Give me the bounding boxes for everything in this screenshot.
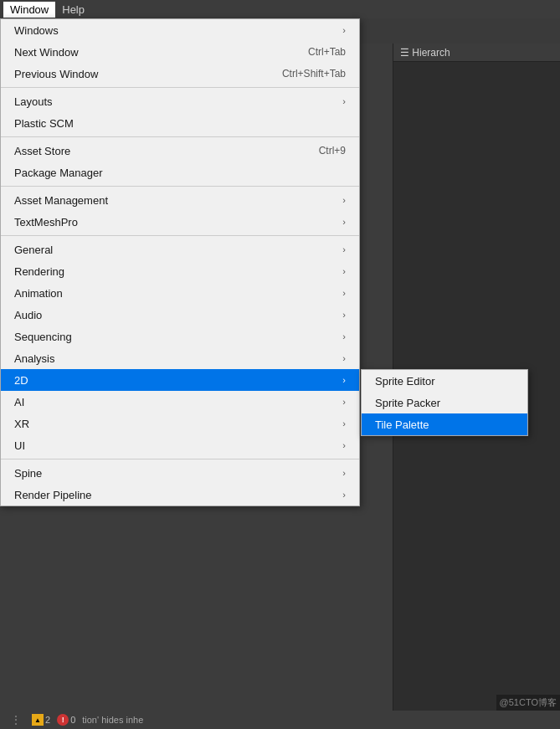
menu-item-windows-label: Windows bbox=[14, 24, 59, 37]
prev-window-shortcut: Ctrl+Shift+Tab bbox=[282, 68, 346, 80]
textmeshpro-arrow-icon: › bbox=[342, 217, 346, 227]
menu-item-package-manager-label: Package Manager bbox=[14, 167, 103, 179]
menu-window[interactable]: Window bbox=[3, 2, 55, 18]
menu-item-next-window[interactable]: Next Window Ctrl+Tab bbox=[1, 41, 359, 63]
submenu-item-tile-palette[interactable]: Tile Palette bbox=[362, 413, 527, 435]
menu-item-render-pipeline-label: Render Pipeline bbox=[14, 489, 92, 501]
menu-item-layouts[interactable]: Layouts › bbox=[1, 90, 359, 112]
menu-item-ai-label: AI bbox=[14, 396, 24, 408]
menu-item-render-pipeline[interactable]: Render Pipeline › bbox=[1, 484, 359, 506]
status-message: tion' hides inhe bbox=[82, 715, 143, 725]
separator-2 bbox=[1, 136, 359, 137]
separator-1 bbox=[1, 87, 359, 88]
menu-item-animation-label: Animation bbox=[14, 287, 63, 300]
submenu-item-sprite-packer-label: Sprite Packer bbox=[375, 397, 440, 409]
menu-item-plastic-scm-label: Plastic SCM bbox=[14, 117, 74, 130]
menu-item-xr[interactable]: XR › bbox=[1, 413, 359, 434]
menu-item-audio[interactable]: Audio › bbox=[1, 304, 359, 326]
window-dropdown-menu: Windows › Next Window Ctrl+Tab Previous … bbox=[0, 18, 360, 506]
menu-item-audio-label: Audio bbox=[14, 309, 42, 321]
menu-item-prev-window-label: Previous Window bbox=[14, 68, 98, 80]
menu-help[interactable]: Help bbox=[55, 2, 91, 18]
ai-arrow-icon: › bbox=[342, 397, 346, 407]
layouts-arrow-icon: › bbox=[342, 96, 346, 106]
asset-management-arrow-icon: › bbox=[342, 195, 346, 205]
submenu-item-sprite-packer[interactable]: Sprite Packer bbox=[362, 392, 527, 413]
hierarchy-title: ☰ Hierarch bbox=[400, 47, 450, 59]
error-indicator: ! 0 bbox=[57, 714, 75, 726]
render-pipeline-arrow-icon: › bbox=[342, 490, 346, 500]
sequencing-arrow-icon: › bbox=[342, 331, 346, 341]
menu-item-2d-label: 2D bbox=[14, 374, 28, 387]
menu-item-ai[interactable]: AI › bbox=[1, 391, 359, 413]
menu-item-plastic-scm[interactable]: Plastic SCM bbox=[1, 112, 359, 134]
menu-item-asset-store-label: Asset Store bbox=[14, 145, 70, 157]
animation-arrow-icon: › bbox=[342, 288, 346, 298]
menu-item-rendering-label: Rendering bbox=[14, 265, 64, 278]
menu-item-spine[interactable]: Spine › bbox=[1, 462, 359, 484]
spine-arrow-icon: › bbox=[342, 468, 346, 478]
menu-item-layouts-label: Layouts bbox=[14, 95, 53, 108]
hierarchy-header: ☰ Hierarch bbox=[393, 44, 560, 62]
menu-item-textmeshpro-label: TextMeshPro bbox=[14, 216, 78, 228]
menu-item-textmeshpro[interactable]: TextMeshPro › bbox=[1, 211, 359, 233]
submenu-item-sprite-editor[interactable]: Sprite Editor bbox=[362, 370, 527, 392]
arrow-icon: › bbox=[342, 25, 346, 35]
menu-item-general[interactable]: General › bbox=[1, 239, 359, 260]
next-window-shortcut: Ctrl+Tab bbox=[308, 46, 346, 58]
menu-item-asset-store[interactable]: Asset Store Ctrl+9 bbox=[1, 140, 359, 162]
asset-store-shortcut: Ctrl+9 bbox=[319, 145, 346, 157]
menu-item-next-window-label: Next Window bbox=[14, 46, 79, 59]
warning-indicator: ▲ 2 bbox=[32, 714, 50, 726]
submenu-2d: Sprite Editor Sprite Packer Tile Palette bbox=[361, 369, 528, 436]
2d-arrow-icon: › bbox=[342, 375, 346, 385]
menu-item-2d-wrapper: 2D › Sprite Editor Sprite Packer Tile Pa… bbox=[1, 369, 359, 391]
menu-item-general-label: General bbox=[14, 244, 53, 256]
menu-bar: Window Help bbox=[0, 0, 560, 18]
watermark: @51CTO博客 bbox=[496, 695, 560, 711]
menu-item-rendering[interactable]: Rendering › bbox=[1, 260, 359, 282]
menu-item-analysis-label: Analysis bbox=[14, 352, 54, 365]
menu-item-sequencing-label: Sequencing bbox=[14, 331, 72, 343]
warning-count: 2 bbox=[45, 715, 50, 725]
separator-4 bbox=[1, 235, 359, 236]
warning-icon: ▲ bbox=[32, 714, 44, 726]
ui-arrow-icon: › bbox=[342, 440, 346, 450]
menu-item-spine-label: Spine bbox=[14, 467, 42, 480]
menu-item-asset-management-label: Asset Management bbox=[14, 194, 108, 207]
menu-item-ui-label: UI bbox=[14, 439, 25, 452]
submenu-item-sprite-editor-label: Sprite Editor bbox=[375, 375, 435, 388]
menu-item-asset-management[interactable]: Asset Management › bbox=[1, 189, 359, 211]
error-count: 0 bbox=[70, 715, 75, 725]
submenu-item-tile-palette-label: Tile Palette bbox=[375, 418, 429, 431]
general-arrow-icon: › bbox=[342, 244, 346, 254]
audio-arrow-icon: › bbox=[342, 310, 346, 320]
error-icon: ! bbox=[57, 714, 69, 726]
menu-item-prev-window[interactable]: Previous Window Ctrl+Shift+Tab bbox=[1, 63, 359, 85]
rendering-arrow-icon: › bbox=[342, 266, 346, 276]
separator-5 bbox=[1, 459, 359, 459]
analysis-arrow-icon: › bbox=[342, 353, 346, 363]
menu-item-analysis[interactable]: Analysis › bbox=[1, 347, 359, 369]
status-bar: ⋮ ▲ 2 ! 0 tion' hides inhe bbox=[0, 711, 560, 729]
menu-item-package-manager[interactable]: Package Manager bbox=[1, 162, 359, 183]
menu-item-xr-label: XR bbox=[14, 418, 29, 430]
xr-arrow-icon: › bbox=[342, 418, 346, 429]
menu-item-windows[interactable]: Windows › bbox=[1, 19, 359, 41]
menu-item-animation[interactable]: Animation › bbox=[1, 282, 359, 304]
status-dots-button[interactable]: ⋮ bbox=[7, 713, 25, 726]
menu-item-ui[interactable]: UI › bbox=[1, 434, 359, 456]
menu-item-2d[interactable]: 2D › bbox=[1, 369, 359, 391]
menu-item-sequencing[interactable]: Sequencing › bbox=[1, 326, 359, 347]
separator-3 bbox=[1, 186, 359, 187]
